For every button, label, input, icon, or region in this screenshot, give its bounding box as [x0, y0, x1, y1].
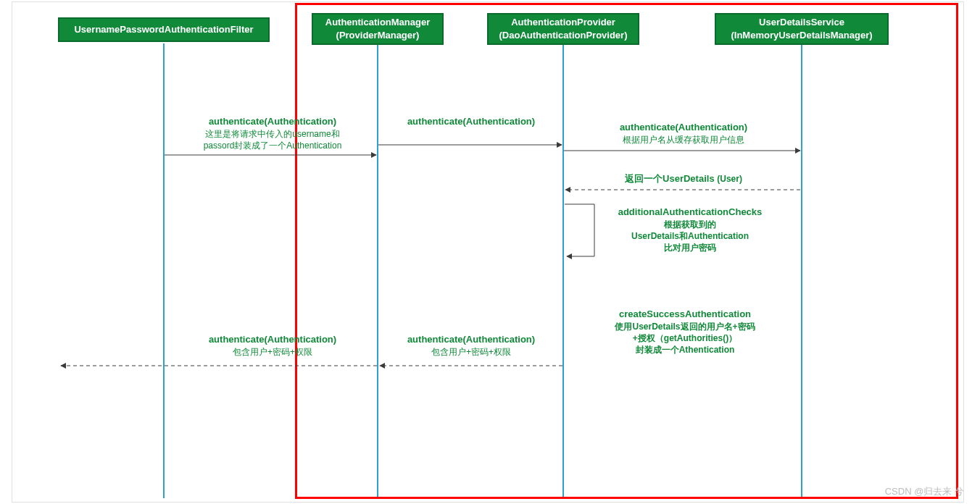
msg-m3: authenticate(Authentication) 根据用户名从缓存获取用…: [565, 121, 802, 146]
participant-provider: AuthenticationProvider (DaoAuthenticatio…: [487, 13, 639, 45]
msg-m8: authenticate(Authentication) 包含用户+密码+权限: [171, 333, 374, 358]
participant-manager: AuthenticationManager (ProviderManager): [312, 13, 444, 45]
msg-note: 封装成一个Athentication: [580, 344, 790, 356]
msg-title: additionalAuthenticationChecks: [596, 206, 784, 219]
msg-note: 使用UserDetails返回的用户名+密码: [580, 321, 790, 332]
watermark: CSDN @归去来 兮: [885, 485, 964, 498]
arrow-m8: [58, 362, 378, 369]
participant-title: UserDetailsService: [759, 16, 844, 29]
msg-title: authenticate(Authentication): [171, 115, 374, 128]
msg-note: 包含用户+密码+权限: [171, 346, 374, 358]
arrow-m1: [163, 151, 378, 159]
msg-note: 根据用户名从缓存获取用户信息: [565, 134, 802, 146]
msg-title: authenticate(Authentication): [378, 115, 564, 128]
msg-note: 这里是将请求中传入的username和: [171, 128, 374, 140]
msg-title: createSuccessAuthentication: [580, 308, 790, 321]
msg-note: 比对用户密码: [596, 242, 784, 253]
arrow-m6: [377, 362, 564, 369]
participant-subtitle: (DaoAuthenticationProvider): [499, 29, 628, 42]
participant-filter: UsernamePasswordAuthenticationFilter: [58, 17, 270, 42]
sequence-diagram: UsernamePasswordAuthenticationFilter Aut…: [0, 0, 980, 504]
msg-m1: authenticate(Authentication) 这里是将请求中传入的u…: [171, 115, 374, 151]
msg-title-suffix: (User): [717, 174, 742, 184]
msg-m6: createSuccessAuthentication 使用UserDetail…: [580, 308, 790, 356]
participant-subtitle: (ProviderManager): [336, 29, 420, 42]
msg-m7: authenticate(Authentication) 包含用户+密码+权限: [378, 333, 564, 358]
msg-m4: 返回一个UserDetails (User): [565, 172, 802, 185]
participant-title: AuthenticationProvider: [511, 16, 615, 29]
msg-note: +授权（getAuthorities()）: [580, 332, 790, 344]
participant-userdetails: UserDetailsService (InMemoryUserDetailsM…: [715, 13, 889, 45]
msg-note: 包含用户+密码+权限: [378, 346, 564, 358]
arrow-m2: [377, 141, 564, 148]
arrow-m3: [562, 147, 802, 154]
participant-subtitle: (InMemoryUserDetailsManager): [731, 29, 872, 42]
msg-note: UserDetails和Authentication: [596, 230, 784, 242]
msg-title: authenticate(Authentication): [171, 333, 374, 346]
participant-title: AuthenticationManager: [325, 16, 430, 29]
msg-m5: additionalAuthenticationChecks 根据获取到的 Us…: [596, 206, 784, 253]
lifeline-p1: [163, 43, 165, 498]
arrow-m4: [562, 186, 802, 193]
msg-title: authenticate(Authentication): [378, 333, 564, 346]
msg-title: authenticate(Authentication): [565, 121, 802, 134]
participant-title: UsernamePasswordAuthenticationFilter: [74, 23, 253, 36]
msg-title-prefix: 返回一个UserDetails: [625, 173, 717, 184]
msg-note: passord封装成了一个Authentication: [171, 140, 374, 151]
arrow-m5-self: [562, 200, 606, 265]
msg-note: 根据获取到的: [596, 219, 784, 230]
msg-m2: authenticate(Authentication): [378, 115, 564, 128]
